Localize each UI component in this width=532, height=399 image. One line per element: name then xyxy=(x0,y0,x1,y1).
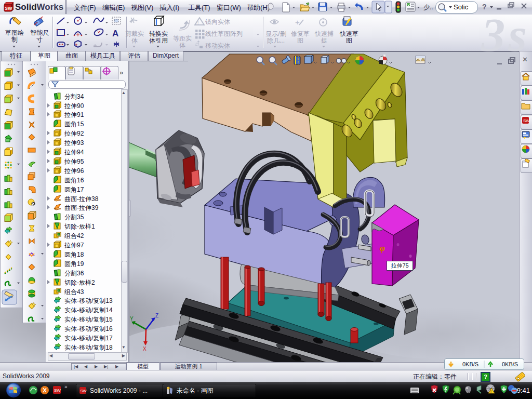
svg-text:X: X xyxy=(143,346,147,352)
svg-text:!: ! xyxy=(490,390,491,393)
svg-text:少..: 少.. xyxy=(423,4,433,11)
svg-text:0KB/S: 0KB/S xyxy=(502,361,518,367)
svg-text:SW: SW xyxy=(523,118,530,123)
svg-text:SW: SW xyxy=(5,6,12,11)
svg-text:SW: SW xyxy=(54,388,61,393)
svg-text:0KB/S: 0KB/S xyxy=(462,361,478,367)
svg-text:SW: SW xyxy=(81,389,87,393)
svg-text:Z: Z xyxy=(155,313,158,318)
svg-text:!: ! xyxy=(197,20,199,25)
svg-text:Y: Y xyxy=(130,316,134,322)
svg-text:φ: φ xyxy=(380,243,385,253)
svg-text:»: » xyxy=(64,384,68,390)
svg-text:A: A xyxy=(112,29,118,38)
svg-text:+: + xyxy=(295,18,300,26)
